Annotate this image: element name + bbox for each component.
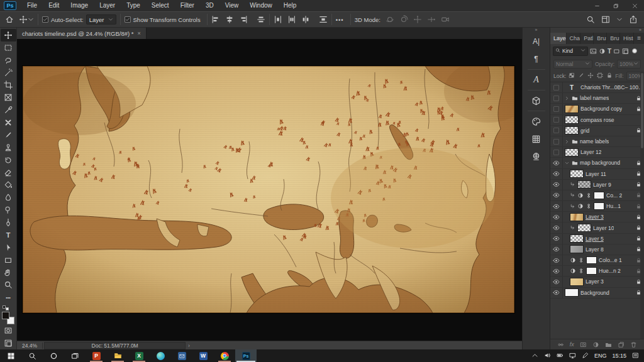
layer-name[interactable]: Layer 8: [586, 246, 604, 253]
share-icon[interactable]: [629, 15, 638, 24]
filter-toggle[interactable]: [632, 48, 637, 53]
marquee-tool[interactable]: [1, 41, 16, 54]
layer-row[interactable]: Co... 2: [550, 190, 644, 201]
screen-mode-button[interactable]: [1, 337, 16, 349]
taskbar-photoshop-icon[interactable]: Ps: [235, 349, 257, 362]
menu-type[interactable]: Type: [121, 0, 146, 11]
workspace-chevron-icon[interactable]: [616, 16, 623, 23]
distribute-center-icon[interactable]: [287, 15, 296, 24]
layer-thumbnail[interactable]: [570, 278, 584, 286]
clock[interactable]: 15:15: [612, 353, 626, 359]
eyedropper-tool[interactable]: [1, 104, 16, 116]
eraser-tool[interactable]: [1, 167, 16, 179]
layer-mask-thumbnail[interactable]: [586, 256, 597, 264]
hand-tool[interactable]: [1, 266, 16, 279]
layer-visibility-empty[interactable]: [550, 104, 563, 114]
layer-row[interactable]: Background: [550, 288, 644, 299]
adjustment-layer-icon[interactable]: [570, 257, 576, 263]
layer-name[interactable]: Layer 12: [580, 149, 601, 155]
layer-thumbnail[interactable]: [570, 245, 584, 253]
layer-visibility-empty[interactable]: [550, 82, 563, 92]
layer-row[interactable]: Layer 5: [550, 234, 644, 244]
glyphs-panel-icon[interactable]: A: [526, 72, 547, 88]
auto-select-checkbox[interactable]: [42, 16, 48, 23]
layer-row[interactable]: label names: [550, 93, 644, 104]
status-chevron-icon[interactable]: ›: [188, 343, 190, 349]
lock-artboard-icon[interactable]: [597, 72, 603, 80]
fx-button[interactable]: fx: [570, 341, 574, 348]
paragraph-panel-icon[interactable]: ¶: [526, 51, 547, 67]
clone-stamp-tool[interactable]: [1, 141, 16, 154]
healing-brush-tool[interactable]: [1, 116, 16, 129]
close-button[interactable]: [625, 0, 644, 11]
panel-tab-brus[interactable]: Brus: [607, 33, 620, 44]
layer-row[interactable]: Layer 3: [550, 277, 644, 287]
layer-name[interactable]: compass rose: [580, 117, 614, 123]
delete-button[interactable]: [630, 341, 637, 348]
distribute-left-icon[interactable]: [274, 15, 282, 24]
layer-row[interactable]: TChariots Thr...0BC– 100AD: [550, 82, 644, 93]
layer-row[interactable]: Layer 11: [550, 169, 644, 180]
panel-tab-path[interactable]: Path: [580, 33, 594, 44]
auto-select-target-dropdown[interactable]: Layer: [86, 14, 116, 25]
layer-row[interactable]: Hu...1: [550, 201, 644, 212]
pen-icon[interactable]: [582, 352, 589, 360]
taskbar-edge-icon[interactable]: [150, 349, 171, 362]
layer-visibility-eye-icon[interactable]: [550, 288, 563, 298]
type-tool[interactable]: T: [1, 229, 16, 241]
layer-name[interactable]: map background: [580, 160, 620, 166]
zoom-level[interactable]: 24.4%: [17, 343, 43, 349]
blur-tool[interactable]: [1, 191, 16, 204]
canvas-pasteboard[interactable]: [17, 39, 522, 341]
foreground-color-swatch[interactable]: [2, 312, 9, 319]
magic-wand-tool[interactable]: [1, 67, 16, 79]
menu-window[interactable]: Window: [244, 0, 278, 11]
document-tab[interactable]: chariots timeline.psd @ 24.4% (RGB/8#) *…: [17, 28, 147, 39]
menu-3d[interactable]: 3D: [200, 0, 219, 11]
zoom-tool[interactable]: [1, 279, 16, 292]
layer-row[interactable]: grid: [550, 126, 644, 136]
layer-mask-thumbnail[interactable]: [594, 192, 604, 199]
lock-transparency-icon[interactable]: [569, 72, 575, 80]
add-mask-button[interactable]: [580, 341, 587, 348]
dodge-tool[interactable]: [1, 204, 16, 216]
link-button[interactable]: [557, 341, 564, 348]
more-options-icon[interactable]: •••: [336, 16, 344, 23]
layer-name[interactable]: Layer 3: [586, 214, 604, 220]
layer-visibility-eye-icon[interactable]: [550, 277, 563, 287]
layer-thumbnail[interactable]: [577, 224, 591, 232]
lock-pixels-icon[interactable]: [578, 72, 584, 80]
layer-row[interactable]: Colo...e 1: [550, 255, 644, 266]
group-expand-icon[interactable]: [565, 96, 570, 101]
quick-mask-button[interactable]: [1, 324, 16, 337]
align-center-horizontal-icon[interactable]: [225, 15, 234, 24]
panel-tab-chan[interactable]: Chan: [567, 33, 581, 44]
layer-name[interactable]: Layer 9: [593, 182, 611, 188]
3d-panel-icon[interactable]: [526, 92, 547, 109]
layer-row[interactable]: Layer 12: [550, 147, 644, 158]
taskbar-search-icon[interactable]: [21, 349, 43, 362]
menu-help[interactable]: Help: [278, 0, 303, 11]
minimize-button[interactable]: [587, 0, 606, 11]
layer-thumbnail[interactable]: [565, 116, 579, 124]
layer-thumbnail[interactable]: [565, 105, 579, 113]
distribute-horizontal-icon[interactable]: [319, 15, 328, 24]
layer-name[interactable]: Hue...n 2: [599, 268, 621, 274]
dock-collapse-icon[interactable]: »: [523, 28, 550, 33]
menu-select[interactable]: Select: [146, 0, 175, 11]
group-collapse-icon[interactable]: [565, 161, 570, 165]
layer-visibility-empty[interactable]: [550, 93, 563, 103]
tab-close-icon[interactable]: ×: [138, 30, 141, 36]
layer-visibility-eye-icon[interactable]: [550, 169, 563, 179]
align-left-icon[interactable]: [211, 15, 220, 24]
taskbar-cortana-icon[interactable]: [43, 349, 64, 362]
align-center-vertical-icon[interactable]: [257, 15, 265, 24]
layer-visibility-eye-icon[interactable]: [550, 255, 563, 265]
layer-name[interactable]: Chariots Thr...0BC– 100AD: [580, 84, 644, 90]
layer-name[interactable]: Background: [580, 290, 609, 296]
foreground-background-swatches[interactable]: [2, 312, 14, 324]
home-icon[interactable]: [5, 15, 14, 24]
filter-pixel-icon[interactable]: [590, 48, 597, 55]
layer-name[interactable]: Layer 3: [586, 278, 604, 285]
adjustment-layer-icon[interactable]: [577, 192, 584, 199]
